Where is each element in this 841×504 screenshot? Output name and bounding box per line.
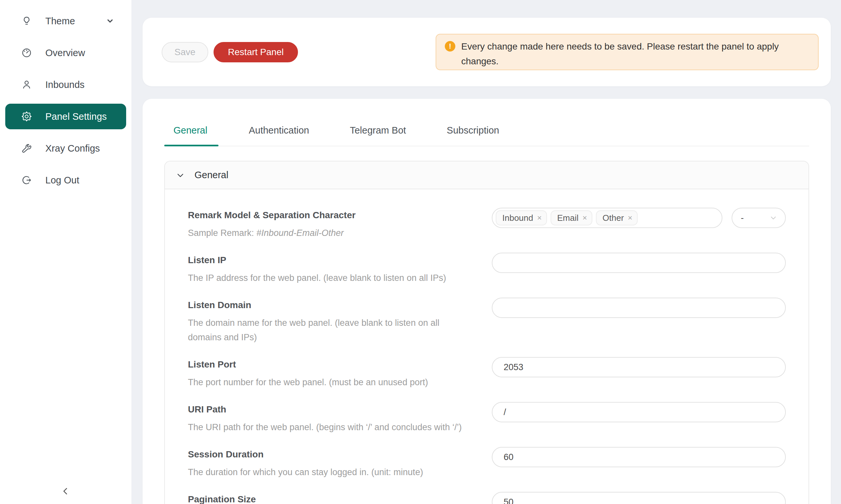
tab-subscription[interactable]: Subscription (436, 125, 510, 146)
settings-tabs: GeneralAuthenticationTelegram BotSubscri… (164, 99, 809, 146)
warning-icon: ! (445, 41, 455, 52)
general-collapse-header[interactable]: General (165, 161, 808, 189)
chevron-down-icon (769, 213, 778, 222)
sidebar-item-log-out[interactable]: Log Out (0, 167, 132, 193)
collapse-title: General (194, 169, 228, 180)
general-collapse: General Remark Model & Separation Charac… (164, 161, 809, 504)
sidebar: ThemeOverviewInboundsPanel SettingsXray … (0, 0, 132, 504)
field-text: Session DurationThe duration for which y… (188, 447, 492, 480)
form-row-listen-ip: Listen IPThe IP address for the web pane… (188, 253, 786, 285)
pagination-size-input[interactable] (492, 492, 786, 504)
sidebar-item-panel-settings[interactable]: Panel Settings (5, 104, 126, 129)
dashboard-icon (20, 47, 33, 59)
field-label: URI Path (188, 404, 492, 415)
chevron-down-icon (175, 170, 185, 180)
field-label: Session Duration (188, 449, 492, 460)
field-description: The port number for the web panel. (must… (188, 375, 492, 390)
form-row-listen-port: Listen PortThe port number for the web p… (188, 357, 786, 390)
field-control (492, 253, 786, 285)
form-row-uri-path: URI PathThe URI path for the web panel. … (188, 402, 786, 434)
listen-domain-input[interactable] (492, 298, 786, 318)
sidebar-item-label: Xray Configs (45, 143, 100, 154)
tag-remove-icon[interactable]: × (537, 214, 542, 222)
content-area: Save Restart Panel ! Every change made h… (142, 18, 831, 504)
session-duration-input[interactable] (492, 447, 786, 467)
separator-value: - (741, 213, 744, 223)
bulb-icon (20, 15, 33, 27)
logout-icon (20, 174, 33, 186)
tag-other: Other× (596, 210, 638, 226)
sidebar-menu: ThemeOverviewInboundsPanel SettingsXray … (0, 0, 132, 193)
tag-email: Email× (551, 210, 592, 226)
field-text: Listen DomainThe domain name for the web… (188, 298, 492, 344)
sidebar-item-inbounds[interactable]: Inbounds (0, 72, 132, 97)
form-row-pagination-size: Pagination Size (188, 492, 786, 504)
sidebar-collapse-button[interactable] (0, 486, 132, 497)
wrench-icon (20, 142, 33, 155)
field-text: Pagination Size (188, 492, 492, 504)
restart-panel-button[interactable]: Restart Panel (213, 42, 298, 62)
user-icon (20, 78, 33, 91)
tab-telegram-bot[interactable]: Telegram Bot (339, 125, 416, 146)
field-label: Listen Domain (188, 300, 492, 310)
tab-authentication[interactable]: Authentication (238, 125, 320, 146)
sidebar-item-label: Overview (45, 48, 85, 58)
field-control (492, 357, 786, 390)
sidebar-item-label: Panel Settings (45, 111, 107, 122)
field-description: The domain name for the web panel. (leav… (188, 316, 467, 344)
remark-model-tag-select[interactable]: Inbound×Email×Other× (492, 208, 722, 228)
field-label: Listen IP (188, 255, 492, 266)
tag-label: Inbound (502, 213, 533, 223)
field-text: Listen IPThe IP address for the web pane… (188, 253, 492, 285)
actions-card: Save Restart Panel ! Every change made h… (142, 18, 831, 86)
sidebar-item-label: Log Out (45, 175, 79, 186)
sidebar-item-xray-configs[interactable]: Xray Configs (0, 136, 132, 161)
sidebar-item-label: Theme (45, 16, 75, 26)
field-control (492, 492, 786, 504)
alert-message: Every change made here needs to be saved… (461, 39, 800, 69)
tag-remove-icon[interactable]: × (628, 214, 632, 222)
save-button[interactable]: Save (161, 42, 208, 62)
field-control (492, 447, 786, 480)
form-row-listen-domain: Listen DomainThe domain name for the web… (188, 298, 786, 344)
sidebar-item-label: Inbounds (45, 79, 84, 90)
field-description: The URI path for the web panel. (begins … (188, 420, 492, 434)
separation-character-select[interactable]: - (732, 208, 786, 228)
form-row-session-duration: Session DurationThe duration for which y… (188, 447, 786, 480)
field-control: Inbound×Email×Other×- (492, 208, 786, 240)
listen-port-input[interactable] (492, 357, 786, 377)
tag-remove-icon[interactable]: × (582, 214, 587, 222)
field-label: Listen Port (188, 359, 492, 370)
field-text: Remark Model & Separation CharacterSampl… (188, 208, 492, 240)
uri-path-input[interactable] (492, 402, 786, 422)
field-control (492, 402, 786, 434)
field-text: URI PathThe URI path for the web panel. … (188, 402, 492, 434)
tag-inbound: Inbound× (496, 210, 547, 226)
field-description: Sample Remark: #Inbound-Email-Other (188, 226, 492, 240)
tag-label: Email (557, 213, 579, 223)
gear-icon (20, 110, 33, 123)
field-text: Listen PortThe port number for the web p… (188, 357, 492, 390)
field-control (492, 298, 786, 344)
sidebar-item-theme[interactable]: Theme (0, 8, 132, 34)
sidebar-item-overview[interactable]: Overview (0, 40, 132, 66)
field-label: Remark Model & Separation Character (188, 210, 492, 220)
form-row-remark-model-separation-character: Remark Model & Separation CharacterSampl… (188, 208, 786, 240)
chevron-left-icon (60, 486, 71, 497)
field-label: Pagination Size (188, 494, 492, 504)
general-settings-form: Remark Model & Separation CharacterSampl… (165, 189, 808, 504)
field-description: The IP address for the web panel. (leave… (188, 271, 492, 285)
tab-general[interactable]: General (164, 125, 219, 146)
field-description: The duration for which you can stay logg… (188, 465, 492, 480)
listen-ip-input[interactable] (492, 253, 786, 273)
settings-card: GeneralAuthenticationTelegram BotSubscri… (142, 99, 831, 504)
chevron-down-icon (105, 16, 115, 28)
restart-warning-alert: ! Every change made here needs to be sav… (435, 34, 819, 70)
tag-label: Other (602, 213, 624, 223)
